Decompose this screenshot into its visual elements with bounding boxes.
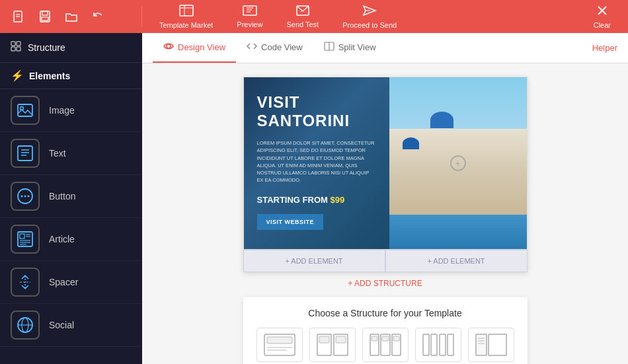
design-view-label: Design View [178,42,225,52]
structure-2col[interactable] [309,328,356,362]
svg-point-27 [24,196,26,198]
proceed-to-send-label: Proceed to Send [342,21,397,29]
structure-4col[interactable] [415,328,461,362]
structure-label: Structure [28,42,65,53]
structure-options [256,328,514,362]
svg-point-28 [28,196,30,198]
add-structure-button[interactable]: + ADD STRUCTURE [341,272,428,295]
svg-rect-55 [372,336,377,341]
image-label: Image [49,105,75,116]
template-content-row: VISIT SANTORINI LOREM IPSUM DOLOR SIT AM… [243,77,528,250]
preview-button[interactable]: Preview [226,3,273,31]
svg-rect-58 [423,334,429,355]
code-view-tab[interactable]: Code View [236,33,313,63]
template-price: STARTING FROM $99 [257,195,376,205]
toolbar-left [0,6,142,27]
svg-rect-5 [42,17,48,20]
social-element-icon [11,310,40,340]
structure-1col[interactable] [256,328,303,362]
svg-rect-19 [18,104,32,116]
template-market-button[interactable]: Template Market [149,2,223,32]
svg-rect-50 [319,336,329,343]
button-element[interactable]: Button [0,175,142,218]
main-layout: Structure ⚡ Elements Image [0,33,628,364]
split-view-icon [324,42,334,53]
spacer-element-icon [11,268,40,297]
structure-chooser: Choose a Structure for your Template [243,297,528,364]
svg-rect-59 [431,334,437,355]
svg-rect-21 [18,146,32,161]
proceed-to-send-button[interactable]: Proceed to Send [332,2,407,32]
add-element-left-button[interactable]: + ADD ELEMENT [243,250,385,272]
template-headline: VISIT SANTORINI [257,93,376,130]
template-left-column: VISIT SANTORINI LOREM IPSUM DOLOR SIT AM… [244,77,389,249]
svg-rect-45 [267,337,292,344]
article-label: Article [49,234,75,244]
code-view-icon [247,42,257,53]
elements-label: Elements [29,71,70,81]
svg-rect-62 [476,334,487,355]
svg-rect-30 [20,234,24,238]
blue-dome [430,112,453,128]
svg-point-26 [21,196,23,198]
image-element[interactable]: Image [0,89,142,132]
send-test-label: Send Test [286,20,319,28]
template-right-column: + [389,77,527,249]
send-test-button[interactable]: Send Test [276,3,329,31]
social-label: Social [49,320,74,330]
social-element[interactable]: Social [0,304,142,347]
toolbar-right: Template Market Preview Send Test [142,2,628,32]
button-label: Button [49,191,75,201]
svg-rect-56 [382,336,389,341]
content-area: Design View Code View Sp [142,33,628,364]
svg-rect-17 [11,47,15,51]
svg-rect-15 [11,42,15,46]
sidebar-structure-section[interactable]: Structure [0,33,142,63]
svg-rect-63 [489,334,506,355]
split-view-tab[interactable]: Split View [313,33,387,63]
santorini-image: + [389,77,527,249]
visit-website-button[interactable]: VISIT WEBSITE [257,214,324,230]
article-element-icon [11,225,40,254]
design-view-icon [163,42,174,53]
structure-sidebar-left[interactable] [468,328,514,362]
text-element[interactable]: Text [0,132,142,175]
preview-icon [243,5,257,18]
add-element-plus-circle[interactable]: + [450,155,466,171]
top-toolbar: Template Market Preview Send Test [0,0,628,33]
clear-icon [596,5,608,19]
svg-rect-9 [243,6,256,15]
preview-label: Preview [237,20,262,28]
template-market-label: Template Market [159,21,213,29]
svg-rect-18 [17,47,20,51]
undo-button[interactable] [87,6,108,27]
svg-rect-60 [440,334,446,355]
structure-3col[interactable] [362,328,409,362]
new-document-button[interactable] [8,6,29,27]
helper-link[interactable]: Helper [592,43,617,53]
svg-point-41 [167,44,171,48]
design-view-tab[interactable]: Design View [153,33,236,63]
send-test-icon [296,5,309,18]
text-label: Text [49,148,66,159]
blue-dome-2 [403,137,419,149]
left-sidebar: Structure ⚡ Elements Image [0,33,142,364]
svg-rect-51 [336,336,346,343]
clear-button[interactable]: Clear [583,2,621,32]
elements-header: ⚡ Elements [0,63,142,89]
open-folder-button[interactable] [61,6,82,27]
add-element-right-button[interactable]: + ADD ELEMENT [385,250,528,272]
spacer-element[interactable]: Spacer [0,261,142,304]
save-button[interactable] [34,6,56,27]
image-element-icon [11,96,40,125]
structure-chooser-title: Choose a Structure for your Template [256,308,514,318]
clear-label: Clear [594,21,611,29]
article-element[interactable]: Article [0,218,142,261]
spacer-label: Spacer [49,277,78,287]
button-element-icon [11,182,40,211]
split-view-label: Split View [338,42,376,52]
view-tabs-bar: Design View Code View Sp [142,33,628,63]
svg-rect-61 [448,334,453,355]
email-template: VISIT SANTORINI LOREM IPSUM DOLOR SIT AM… [243,77,528,272]
svg-rect-6 [180,5,193,16]
